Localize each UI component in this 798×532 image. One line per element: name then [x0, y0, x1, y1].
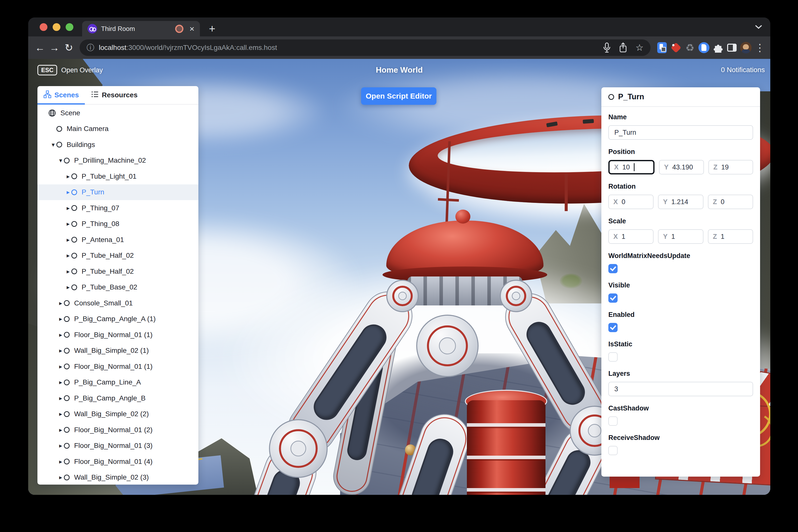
caret-right-icon[interactable]: ▸: [65, 173, 71, 180]
site-info-icon[interactable]: ⓘ: [87, 42, 94, 53]
address-bar[interactable]: ⓘ localhost:3000/world/!vjrzmTVOcyIsLgaA…: [80, 39, 650, 56]
caret-right-icon[interactable]: ▸: [57, 363, 64, 370]
password-shield-extension-icon[interactable]: [656, 42, 668, 54]
caret-right-icon[interactable]: ▸: [65, 220, 71, 227]
tree-item-p-thing-08[interactable]: ▸P_Thing_08: [37, 216, 198, 232]
tab-close-icon[interactable]: ×: [189, 24, 194, 33]
tree-item-p-tube-half-02[interactable]: ▸P_Tube_Half_02: [37, 248, 198, 264]
tree-item-scene[interactable]: Scene: [37, 105, 198, 121]
bookmark-star-icon[interactable]: ☆: [635, 42, 644, 53]
tree-item-wall-big-simple-02-2[interactable]: ▸Wall_Big_Simple_02 (2): [37, 406, 198, 422]
layers-input[interactable]: 3: [608, 382, 753, 396]
tree-item-floor-big-normal-01-3[interactable]: ▸Floor_Big_Normal_01 (3): [37, 438, 198, 454]
caret-right-icon[interactable]: ▸: [57, 426, 64, 433]
position-x-input[interactable]: X10: [608, 160, 654, 174]
back-icon[interactable]: ←: [33, 42, 47, 53]
caret-right-icon[interactable]: ▸: [65, 268, 71, 275]
tree-item-floor-big-normal-01-4[interactable]: ▸Floor_Big_Normal_01 (4): [37, 454, 198, 470]
name-input[interactable]: P_Turn: [608, 125, 753, 140]
caret-right-icon[interactable]: ▸: [65, 189, 71, 196]
caret-right-icon[interactable]: ▸: [57, 379, 64, 386]
tree-item-p-turn[interactable]: ▸P_Turn: [37, 185, 198, 201]
minimize-window-button[interactable]: [53, 23, 60, 31]
zoom-window-button[interactable]: [65, 23, 73, 31]
tree-item-wall-big-simple-02-3[interactable]: ▸Wall_Big_Simple_02 (3): [37, 470, 198, 485]
caret-right-icon[interactable]: ▸: [57, 395, 64, 402]
caret-right-icon[interactable]: ▸: [65, 252, 71, 259]
caret-right-icon[interactable]: ▸: [57, 411, 64, 417]
caret-right-icon[interactable]: ▸: [57, 300, 64, 307]
caret-right-icon[interactable]: ▸: [65, 284, 71, 291]
caret-right-icon[interactable]: ▸: [57, 347, 64, 354]
castShadow-checkbox[interactable]: [608, 416, 618, 426]
position-z-input[interactable]: Z19: [708, 160, 753, 174]
tree-item-p-drilling-machine-02[interactable]: ▾P_Drilling_Machine_02: [37, 153, 198, 169]
visible-checkbox[interactable]: [608, 293, 618, 303]
profile-avatar[interactable]: [740, 42, 752, 54]
caret-right-icon[interactable]: ▸: [57, 474, 64, 481]
caret-right-icon[interactable]: ▸: [57, 458, 64, 465]
browser-menu-icon[interactable]: ⋮: [754, 42, 766, 54]
tree-item-p-tube-light-01[interactable]: ▸P_Tube_Light_01: [37, 168, 198, 185]
rotation-label: Rotation: [608, 183, 753, 190]
close-window-button[interactable]: [40, 23, 48, 31]
forward-icon[interactable]: →: [47, 42, 62, 53]
new-tab-button[interactable]: +: [206, 22, 218, 35]
reload-icon[interactable]: ↻: [62, 42, 76, 53]
rotation-x-input[interactable]: X0: [608, 195, 653, 209]
tree-item-p-big-camp-angle-a-1[interactable]: ▸P_Big_Camp_Angle_A (1): [37, 311, 198, 327]
tree-item-buildings[interactable]: ▾Buildings: [37, 137, 198, 153]
tree-item-p-antena-01[interactable]: ▸P_Antena_01: [37, 232, 198, 248]
caret-right-icon[interactable]: ▸: [65, 236, 71, 243]
tab-search-chevron-icon[interactable]: [755, 25, 762, 29]
url-text: localhost:3000/world/!vjrzmTVOcyIsLgaAkA…: [99, 44, 595, 52]
robot-elbow-left: [269, 419, 328, 478]
worldMatrixNeedsUpdate-checkbox[interactable]: [608, 264, 618, 273]
tree-item-p-tube-half-02[interactable]: ▸P_Tube_Half_02: [37, 264, 198, 280]
browser-window: Third Room × + ← → ↻ ⓘ localhost:3000/wo…: [28, 17, 770, 495]
tree-item-p-tube-base-02[interactable]: ▸P_Tube_Base_02: [37, 280, 198, 296]
share-icon[interactable]: [619, 42, 627, 53]
open-overlay-hint[interactable]: ESC Open Overlay: [37, 65, 103, 75]
microphone-icon[interactable]: [603, 42, 611, 53]
scale-y-input[interactable]: Y1: [658, 229, 703, 244]
tree-item-floor-big-normal-01-1[interactable]: ▸Floor_Big_Normal_01 (1): [37, 327, 198, 343]
tree-item-main-camera[interactable]: Main Camera: [37, 121, 198, 137]
tree-item-floor-big-normal-01-1[interactable]: ▸Floor_Big_Normal_01 (1): [37, 359, 198, 375]
tree-item-p-big-camp-angle-b[interactable]: ▸P_Big_Camp_Angle_B: [37, 390, 198, 406]
caret-right-icon[interactable]: ▸: [57, 442, 64, 449]
caret-right-icon[interactable]: ▸: [65, 205, 71, 212]
reader-extension-icon[interactable]: [698, 42, 710, 54]
rotation-z-input[interactable]: Z0: [708, 195, 753, 209]
esc-key-badge: ESC: [37, 65, 57, 75]
tree-item-p-thing-07[interactable]: ▸P_Thing_07: [37, 200, 198, 216]
tree-item-floor-big-normal-01-2[interactable]: ▸Floor_Big_Normal_01 (2): [37, 422, 198, 438]
browser-tab[interactable]: Third Room ×: [82, 21, 200, 36]
axis-label: X: [613, 198, 618, 206]
hierarchy-icon: [43, 90, 52, 100]
tree-item-p-big-camp-line-a[interactable]: ▸P_Big_Camp_Line_A: [37, 375, 198, 391]
entity-circle-icon: [64, 348, 70, 354]
side-panel-icon[interactable]: [726, 42, 738, 54]
tree-item-console-small-01[interactable]: ▸Console_Small_01: [37, 295, 198, 311]
enabled-checkbox[interactable]: [608, 323, 618, 332]
scale-x-input[interactable]: X1: [608, 229, 653, 244]
entity-circle-icon: [71, 189, 77, 195]
caret-down-icon[interactable]: ▾: [50, 141, 56, 148]
isStatic-checkbox[interactable]: [608, 352, 618, 362]
tab-scenes[interactable]: Scenes: [37, 86, 85, 104]
red-diamond-extension-icon[interactable]: [670, 42, 682, 54]
extensions-puzzle-icon[interactable]: [712, 42, 724, 54]
receiveShadow-checkbox[interactable]: [608, 446, 618, 455]
rotation-y-input[interactable]: Y1.214: [658, 195, 703, 209]
caret-down-icon[interactable]: ▾: [57, 157, 64, 164]
caret-right-icon[interactable]: ▸: [57, 331, 64, 338]
caret-right-icon[interactable]: ▸: [57, 316, 64, 322]
scale-z-input[interactable]: Z1: [708, 229, 753, 244]
tab-resources[interactable]: Resources: [85, 86, 144, 104]
position-y-input[interactable]: Y43.190: [659, 160, 704, 174]
open-script-editor-button[interactable]: Open Script Editor: [361, 87, 436, 105]
notifications-label[interactable]: 0 Notifications: [721, 66, 765, 74]
recycle-extension-icon[interactable]: ♻: [684, 42, 696, 54]
tree-item-wall-big-simple-02-1[interactable]: ▸Wall_Big_Simple_02 (1): [37, 343, 198, 359]
